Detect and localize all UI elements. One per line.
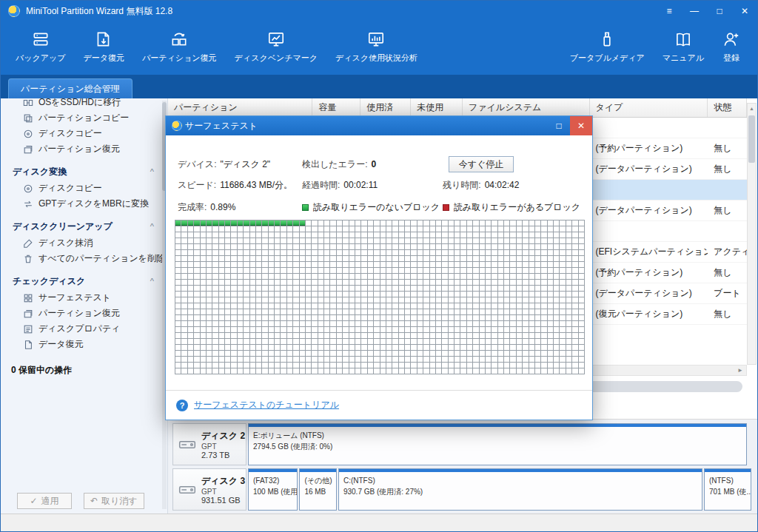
- sidebar-item-0[interactable]: OSをSSD/HDに移行: [1, 98, 167, 110]
- block-untested: [560, 268, 565, 273]
- sidebar-item-8[interactable]: ディスク抹消: [1, 235, 167, 251]
- block-untested: [201, 232, 206, 238]
- block-untested: [411, 357, 416, 362]
- block-untested: [368, 226, 373, 232]
- block-untested: [535, 297, 540, 303]
- sidebar-item-label: データ復元: [38, 338, 84, 351]
- sidebar-item-1[interactable]: パーティションコピー: [1, 110, 167, 126]
- block-untested: [566, 274, 571, 279]
- block-untested: [455, 274, 460, 279]
- sidebar-item-9[interactable]: すべてのパーティションを削除: [1, 251, 167, 266]
- column-header-1[interactable]: 容量: [312, 98, 360, 117]
- sidebar-item-11[interactable]: サーフェステスト: [1, 290, 167, 306]
- block-untested: [541, 357, 546, 362]
- block-untested: [250, 244, 255, 249]
- close-button[interactable]: ✕: [732, 1, 757, 21]
- maximize-button[interactable]: □: [707, 1, 732, 21]
- toolbar-button-partition-recovery[interactable]: パーティション復元: [133, 27, 226, 66]
- block-untested: [455, 321, 460, 326]
- sidebar-item-14[interactable]: データ復元: [1, 337, 167, 352]
- partition-block[interactable]: (FAT32)100 MB (使用..: [248, 468, 298, 511]
- stop-now-button[interactable]: 今すぐ停止: [449, 156, 514, 172]
- block-untested: [498, 274, 503, 279]
- column-header-4[interactable]: ファイルシステム: [463, 98, 590, 117]
- block-untested: [287, 256, 292, 261]
- block-untested: [417, 226, 423, 232]
- sidebar-item-label: OSをSSD/HDに移行: [38, 98, 121, 109]
- toolbar-button-data-recovery[interactable]: データ復元: [75, 27, 134, 66]
- dialog-maximize-button[interactable]: □: [548, 116, 570, 135]
- tutorial-link[interactable]: サーフェステストのチュートリアル: [194, 399, 339, 411]
- dialog-close-button[interactable]: ✕: [570, 116, 592, 135]
- block-untested: [188, 368, 193, 374]
- menu-button[interactable]: ≡: [657, 1, 682, 21]
- block-untested: [337, 238, 342, 243]
- toolbar-button-disk-benchmark[interactable]: ディスクベンチマーク: [226, 27, 326, 66]
- block-untested: [548, 238, 553, 243]
- partition-block[interactable]: C:(NTFS)930.7 GB (使用済: 27%): [338, 468, 702, 511]
- disk-blocks: (FAT32)100 MB (使用..(その他)16 MBC:(NTFS)930…: [248, 468, 747, 511]
- block-untested: [560, 315, 565, 320]
- partition-block[interactable]: (NTFS)701 MB (使..: [704, 468, 751, 511]
- collapse-chevron-icon[interactable]: ^: [150, 277, 154, 286]
- block-untested: [194, 262, 199, 267]
- toolbar-button-register[interactable]: 登録: [713, 27, 750, 66]
- vertical-scrollbar[interactable]: ▲: [747, 103, 757, 365]
- sidebar-section-header-4[interactable]: ディスク変換^: [1, 163, 167, 181]
- collapse-chevron-icon[interactable]: ^: [150, 167, 154, 176]
- block-untested: [535, 244, 540, 249]
- toolbar-button-disk-analysis[interactable]: ディスク使用状況分析: [326, 27, 426, 66]
- sidebar-item-2[interactable]: ディスクコピー: [1, 126, 167, 141]
- collapse-chevron-icon[interactable]: ^: [150, 222, 154, 231]
- vertical-scroll-thumb[interactable]: [748, 115, 755, 163]
- block-untested: [225, 226, 230, 232]
- sidebar-item-5[interactable]: ディスクコピー: [1, 181, 167, 196]
- block-untested: [212, 327, 218, 332]
- undo-button[interactable]: ↶ 取り消す: [84, 493, 144, 509]
- column-header-2[interactable]: 使用済: [360, 98, 411, 117]
- sidebar-item-6[interactable]: GPTディスクをMBRに変換: [1, 196, 167, 212]
- block-untested: [219, 274, 224, 279]
- partition-block[interactable]: (その他)16 MB: [299, 468, 337, 511]
- minimize-button[interactable]: —: [682, 1, 707, 21]
- block-untested: [504, 250, 509, 255]
- block-untested: [455, 280, 460, 285]
- block-untested: [486, 327, 491, 332]
- toolbar-button-manual[interactable]: マニュアル: [654, 27, 713, 66]
- column-header-0[interactable]: パーティション: [168, 98, 312, 117]
- sidebar-item-3[interactable]: パーティション復元: [1, 141, 167, 157]
- sidebar-item-label: ディスクコピー: [38, 182, 102, 195]
- sidebar-section-header-10[interactable]: チェックディスク^: [1, 272, 167, 290]
- block-untested: [374, 351, 379, 356]
- sidebar-item-13[interactable]: ディスクプロパティ: [1, 321, 167, 337]
- partition-block[interactable]: E:ボリューム (NTFS)2794.5 GB (使用済: 0%): [248, 423, 747, 465]
- disk-legend[interactable]: ディスク 3GPT931.51 GB: [172, 468, 246, 511]
- scroll-right-icon[interactable]: ►: [734, 366, 746, 375]
- block-untested: [194, 292, 199, 297]
- block-untested: [343, 250, 348, 255]
- scroll-up-icon[interactable]: ▲: [748, 104, 756, 113]
- toolbar-button-bootable-media[interactable]: ブータブルメディア: [561, 27, 654, 66]
- block-untested: [473, 268, 478, 273]
- block-untested: [529, 303, 534, 309]
- disk-legend[interactable]: ディスク 2GPT2.73 TB: [172, 423, 246, 465]
- block-untested: [566, 315, 571, 320]
- column-header-6[interactable]: 状態: [708, 98, 747, 117]
- column-header-3[interactable]: 未使用: [411, 98, 463, 117]
- block-untested: [349, 363, 355, 368]
- column-header-5[interactable]: タイプ: [590, 98, 708, 117]
- sidebar-item-12[interactable]: パーティション復元: [1, 306, 167, 321]
- tab-partition-management[interactable]: パーティション総合管理: [8, 78, 133, 98]
- toolbar-button-backup[interactable]: バックアップ: [7, 27, 75, 66]
- block-untested: [343, 232, 348, 238]
- cell-status: ブート: [708, 287, 747, 300]
- block-untested: [405, 315, 410, 320]
- help-icon[interactable]: ?: [176, 400, 188, 411]
- sidebar-section-header-7[interactable]: ディスククリーンアップ^: [1, 218, 167, 235]
- remaining-field: 残り時間:04:02:42: [443, 179, 519, 192]
- block-untested: [207, 226, 212, 232]
- block-untested: [529, 327, 534, 332]
- block-untested: [293, 232, 298, 238]
- apply-button[interactable]: ✓ 適用: [17, 493, 72, 509]
- block-ok: [293, 220, 298, 226]
